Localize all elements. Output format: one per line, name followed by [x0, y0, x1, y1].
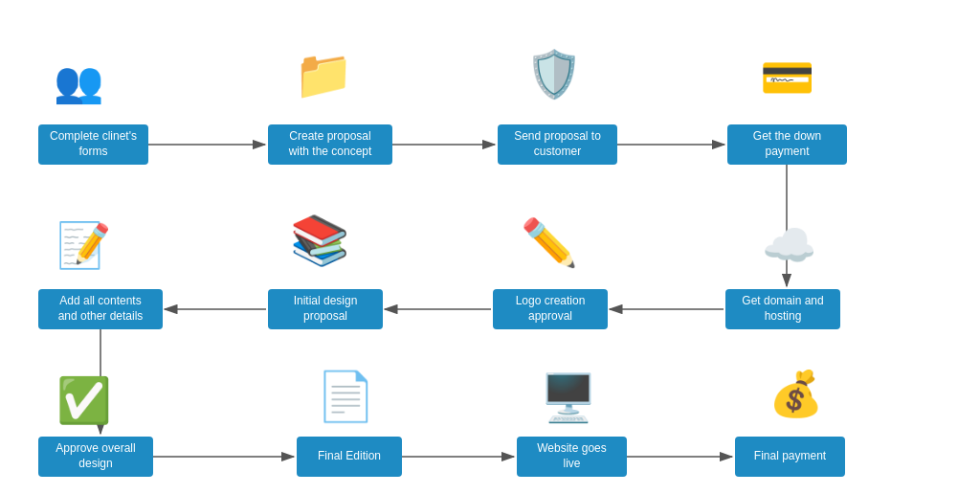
icon-folder: 📁	[289, 40, 358, 109]
node-n12: Final payment	[735, 437, 845, 477]
node-n10: Final Edition	[297, 437, 402, 477]
node-n8: Get domain and hosting	[725, 289, 840, 329]
node-n5: Add all contents and other details	[38, 289, 163, 329]
icon-money: 💰	[761, 359, 830, 428]
node-n3: Send proposal to customer	[498, 124, 617, 165]
icon-cloud: ☁️	[754, 213, 823, 278]
node-n7: Logo creation approval	[493, 289, 608, 329]
icon-document-edit: 📄	[311, 362, 380, 431]
icon-shield: 🛡️	[520, 40, 589, 109]
node-n11: Website goes live	[517, 437, 627, 477]
node-n2: Create proposal with the concept	[268, 124, 392, 165]
icon-approve-clipboard: ✅	[50, 369, 117, 431]
node-n6: Initial design proposal	[268, 289, 383, 329]
node-n4: Get the down payment	[727, 124, 847, 165]
icon-monitor: 🖥️	[534, 364, 603, 433]
arrows-layer	[0, 0, 980, 494]
node-n9: Approve overall design	[38, 437, 153, 477]
icon-pen: ✏️	[515, 209, 584, 278]
icon-books: 📚	[285, 206, 354, 275]
icon-clients: 👥	[50, 53, 107, 110]
icon-creditcard: 💳	[752, 43, 821, 112]
node-n1: Complete clinet's forms	[38, 124, 148, 165]
icon-clipboard-edit: 📝	[50, 211, 117, 280]
diagram: 👥 📁 🛡️ 💳 📝 📚 ✏️ ☁️ ✅ 📄 🖥️ 💰 Complete cli…	[0, 0, 980, 494]
